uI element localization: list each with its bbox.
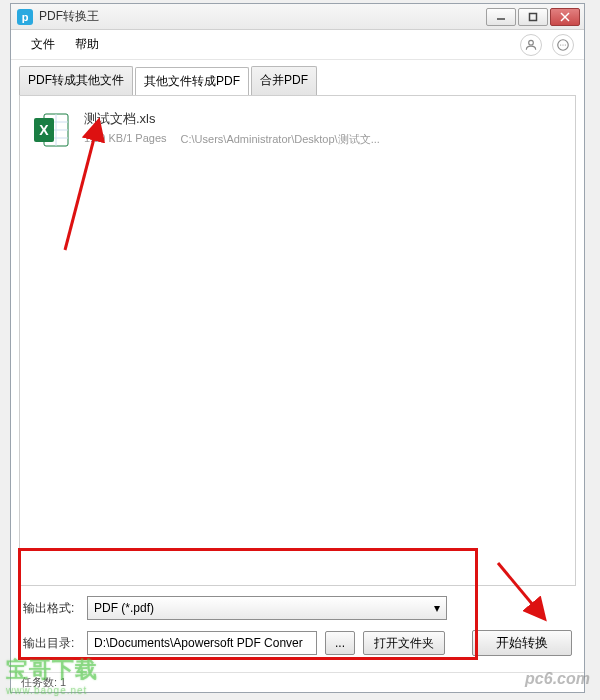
svg-point-6 [560, 44, 561, 45]
svg-point-8 [565, 44, 566, 45]
file-list: X 测试文档.xls 1.69 KB/1 Pages C:\Users\Admi… [19, 95, 576, 586]
close-icon [560, 12, 570, 22]
window-title: PDF转换王 [39, 8, 486, 25]
close-button[interactable] [550, 8, 580, 26]
svg-point-4 [529, 40, 534, 45]
task-count: 任务数: 1 [21, 675, 66, 690]
tab-pdf-to-other[interactable]: PDF转成其他文件 [19, 66, 133, 95]
user-icon [524, 38, 538, 52]
svg-rect-1 [530, 13, 537, 20]
app-icon: p [17, 9, 33, 25]
file-path: C:\Users\Administrator\Desktop\测试文... [181, 132, 380, 147]
start-convert-button[interactable]: 开始转换 [472, 630, 572, 656]
file-info: 测试文档.xls 1.69 KB/1 Pages C:\Users\Admini… [84, 110, 563, 150]
chat-button[interactable] [552, 34, 574, 56]
svg-point-7 [562, 44, 563, 45]
svg-text:X: X [39, 122, 49, 138]
tab-other-to-pdf[interactable]: 其他文件转成PDF [135, 67, 249, 96]
titlebar: p PDF转换王 [11, 4, 584, 30]
browse-button[interactable]: ... [325, 631, 355, 655]
output-panel: 输出格式: PDF (*.pdf) ▾ 输出目录: D:\Documents\A… [11, 586, 584, 672]
output-format-label: 输出格式: [23, 600, 79, 617]
tab-merge-pdf[interactable]: 合并PDF [251, 66, 317, 95]
file-name: 测试文档.xls [84, 110, 563, 128]
tab-bar: PDF转成其他文件 其他文件转成PDF 合并PDF [11, 60, 584, 95]
user-button[interactable] [520, 34, 542, 56]
chat-icon [556, 38, 570, 52]
output-dir-input[interactable]: D:\Documents\Apowersoft PDF Conver [87, 631, 317, 655]
maximize-icon [528, 12, 538, 22]
output-format-select[interactable]: PDF (*.pdf) ▾ [87, 596, 447, 620]
output-dir-label: 输出目录: [23, 635, 79, 652]
menu-file[interactable]: 文件 [21, 32, 65, 57]
menu-help[interactable]: 帮助 [65, 32, 109, 57]
maximize-button[interactable] [518, 8, 548, 26]
output-format-value: PDF (*.pdf) [94, 601, 154, 615]
output-dir-value: D:\Documents\Apowersoft PDF Conver [94, 636, 303, 650]
menubar: 文件 帮助 [11, 30, 584, 60]
window-controls [486, 8, 580, 26]
file-row[interactable]: X 测试文档.xls 1.69 KB/1 Pages C:\Users\Admi… [30, 104, 565, 156]
excel-file-icon: X [32, 110, 72, 150]
open-folder-button[interactable]: 打开文件夹 [363, 631, 445, 655]
app-window: p PDF转换王 文件 帮助 PDF转成其他文件 [10, 3, 585, 693]
file-size: 1.69 KB/1 Pages [84, 132, 167, 147]
statusbar: 任务数: 1 [11, 672, 584, 692]
minimize-button[interactable] [486, 8, 516, 26]
chevron-down-icon: ▾ [434, 601, 440, 615]
minimize-icon [496, 12, 506, 22]
